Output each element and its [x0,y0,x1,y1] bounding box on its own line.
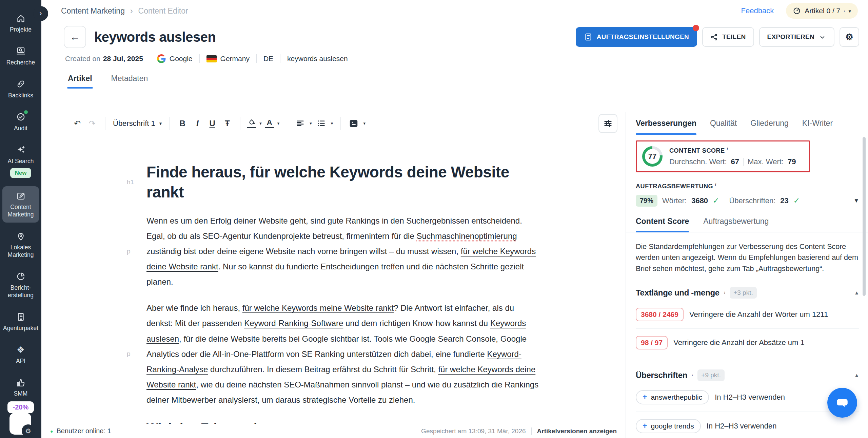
keyword-hint: In H2–H3 verwenden [707,422,777,431]
list-caret[interactable]: ▾ [329,121,335,126]
align-caret[interactable]: ▾ [308,121,314,126]
sidebar-item-api[interactable]: ❖ API [2,340,39,369]
saved-timestamp: Gespeichert am 13:09, 31 Mär, 2026 [421,427,526,435]
words-label: Wörter: [662,196,687,205]
breadcrumb-content-editor: Content Editor [138,6,188,16]
share-button[interactable]: TEILEN [702,27,754,47]
divider [256,54,257,63]
google-icon [157,54,166,63]
recommendation-row: 3680 / 2469 Verringere die Anzahl der Wö… [636,301,859,328]
avg-label: Durchschn. Wert: [669,157,727,166]
divider [743,158,744,166]
fill-color-caret[interactable]: ▾ [257,121,264,126]
text-color-swatch [265,127,274,128]
divider [724,197,724,205]
feedback-link[interactable]: Feedback [741,6,774,15]
gutter-label-p: p [127,348,131,360]
subtab-content-score[interactable]: Content Score [636,217,689,232]
sidebar-item-agenturpaket[interactable]: Agenturpaket [2,307,39,336]
recommendation-text: Verringere die Anzahl der Absätze um 1 [673,338,804,347]
avg-value: 67 [731,157,739,166]
image-caret[interactable]: ▾ [361,121,368,126]
max-label: Max. Wert: [748,157,784,166]
article-versions-link[interactable]: Artikelversionen anzeigen [537,427,617,435]
bullet-list-button[interactable] [314,116,329,131]
sidebar-collapse-toggle[interactable]: › [33,6,48,21]
editor-toolbar: ↶ ↷ Überschrift 1 ▾ B I U Ŧ [41,112,626,135]
section-title: Überschriften [636,370,687,380]
chat-widget-button[interactable] [827,388,857,418]
order-settings-button[interactable]: AUFTRAGSEINSTELLUNGEN [576,27,697,47]
sidebar-item-backlinks[interactable]: Backlinks [2,75,39,103]
section-collapse-button[interactable]: ▲ [854,372,859,378]
article-h1-block: h1 Finde heraus, für welche Keywords dei… [146,162,542,202]
divider [531,427,532,435]
undo-button[interactable]: ↶ [70,116,85,131]
text-color-caret[interactable]: ▾ [275,121,282,126]
editor-content[interactable]: h1 Finde heraus, für welche Keywords dei… [41,135,626,424]
insert-image-button[interactable] [346,116,361,131]
artikel-counter-pill[interactable]: Artikel 0 / 7 i ▾ [786,3,858,19]
redo-button[interactable]: ↷ [85,116,100,131]
page-settings-button[interactable]: ⚙ [840,27,859,47]
thumbs-up-icon [15,377,26,388]
tab-ki-writer[interactable]: KI-Writer [802,112,833,135]
tab-artikel[interactable]: Artikel [68,74,92,89]
users-online: ● Benutzer online: 1 [50,427,111,435]
tab-verbesserungen[interactable]: Verbesserungen [636,112,696,135]
section-collapse-button[interactable]: ▲ [854,290,859,296]
text-segment: zuständig bist oder deine eigene Website… [146,247,461,256]
bold-button[interactable]: B [175,116,190,131]
workspace-avatar[interactable]: ⚙ [9,413,31,435]
tab-gliederung[interactable]: Gliederung [750,112,789,135]
content-score-card: 77 CONTENT SCORE i Durchschn. Wert: 67 [636,140,810,172]
panel-scrollbar[interactable] [863,137,866,296]
divider [240,117,240,130]
sidebar-item-ai-search[interactable]: AI Search New [2,140,39,183]
order-score-expand-button[interactable]: ▼ [853,197,859,204]
sidebar-item-lokales-marketing[interactable]: Lokales Marketing [2,227,39,263]
plus-icon: + [643,422,647,430]
topbar: Content Marketing › Content Editor Feedb… [41,0,868,22]
section-text-length: Textlänge und -menge i +3 pkt. ▲ 3680 / … [636,287,859,357]
text-segment: Aber wie finde ich heraus, [146,303,242,312]
artikel-counter-label: Artikel 0 / 7 [805,7,840,15]
italic-button[interactable]: I [190,116,205,131]
check-icon: ✓ [713,196,719,205]
target-language: DE [263,55,273,63]
editor-settings-button[interactable] [598,114,617,133]
sidebar-item-smm[interactable]: SMM -20% [2,373,39,417]
gear-icon[interactable]: ⚙ [22,424,35,437]
add-keyword-button[interactable]: + google trends [636,419,701,433]
export-button[interactable]: EXPORTIEREN [759,27,835,47]
gutter-label-p: p [127,245,131,258]
back-button[interactable]: ← [64,26,86,48]
tab-metadaten[interactable]: Metadaten [111,74,148,89]
subtab-auftragsbewertung[interactable]: Auftragsbewertung [703,217,769,232]
strikethrough-button[interactable]: Ŧ [220,116,235,131]
fill-color-button[interactable] [246,119,257,128]
created-date: 28 Jul, 2025 [103,55,143,63]
section-title: Textlänge und -menge [636,288,719,298]
text-segment: , für die deine Website bereits bei Goog… [146,334,527,359]
heading-select[interactable]: Überschrift 1 ▾ [111,119,164,128]
tab-qualitaet[interactable]: Qualität [710,112,737,135]
gear-icon: ⚙ [845,32,853,42]
content-score-label: CONTENT SCORE [669,147,725,154]
sidebar-item-content-marketing[interactable]: Content Marketing [2,186,39,223]
breadcrumb-content-marketing[interactable]: Content Marketing [61,6,125,16]
api-icon: ❖ [15,344,26,355]
link-icon [15,79,26,90]
text-color-button[interactable]: A [264,119,275,128]
article-paragraph-2: p Aber wie finde ich heraus, für welche … [146,300,542,407]
article-h2: Wichtige Erkenntnisse [146,421,542,424]
metric-pill: 98 / 97 [636,336,668,349]
sidebar-item-audit[interactable]: Audit [2,108,39,136]
add-keyword-button[interactable]: + answerthepublic [636,390,709,404]
share-icon [710,33,718,41]
sidebar-item-recherche[interactable]: Recherche [2,42,39,71]
content-score-donut: 77 [642,146,663,167]
sidebar-item-berichterstellung[interactable]: Bericht-erstellung [2,267,39,303]
align-button[interactable] [293,116,308,131]
underline-button[interactable]: U [205,116,220,131]
